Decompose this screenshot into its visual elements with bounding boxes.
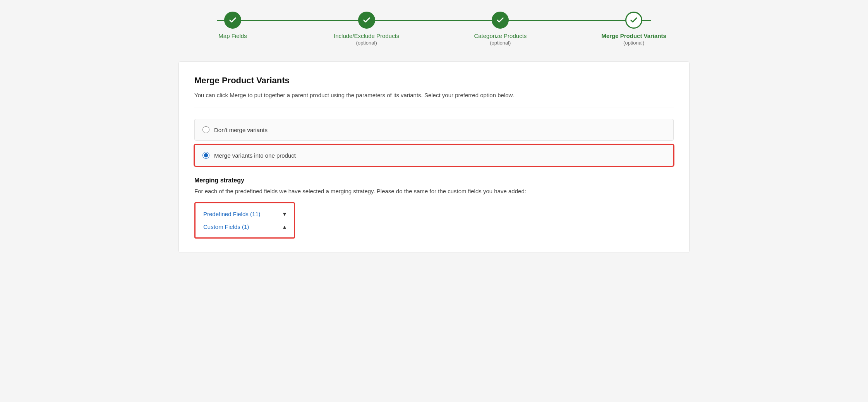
main-card: Merge Product Variants You can click Mer…: [178, 61, 690, 253]
divider: [194, 108, 674, 108]
progress-steps: Map Fields Include/Exclude Products (opt…: [178, 12, 690, 46]
step-sublabel-merge-variants: (optional): [623, 40, 644, 46]
check-icon-merge-variants: [630, 16, 638, 24]
step-map-fields[interactable]: Map Fields: [202, 12, 264, 39]
step-label-categorize: Categorize Products: [474, 33, 527, 39]
step-circle-merge-variants: [625, 12, 642, 29]
card-description: You can click Merge to put together a pa…: [194, 92, 674, 98]
radio-input-dont-merge[interactable]: [202, 126, 209, 133]
accordion-item-custom[interactable]: Custom Fields (1) ▴: [203, 223, 286, 230]
radio-label-dont-merge: Don't merge variants: [214, 127, 268, 133]
step-circle-categorize: [492, 12, 509, 29]
check-icon-categorize: [496, 16, 504, 24]
radio-input-merge-into-one[interactable]: [202, 152, 209, 159]
accordion-label-predefined: Predefined Fields (11): [203, 211, 261, 217]
radio-option-dont-merge[interactable]: Don't merge variants: [194, 119, 674, 141]
accordion-item-predefined[interactable]: Predefined Fields (11) ▾: [203, 210, 286, 218]
step-label-map-fields: Map Fields: [218, 33, 247, 39]
accordion-icon-custom: ▴: [283, 223, 286, 230]
accordion-label-custom: Custom Fields (1): [203, 223, 249, 230]
step-circle-map-fields: [224, 12, 241, 29]
radio-label-merge-into-one: Merge variants into one product: [214, 152, 296, 159]
check-icon-include-exclude: [362, 16, 371, 24]
progress-line: [217, 20, 651, 21]
step-merge-variants[interactable]: Merge Product Variants (optional): [601, 12, 666, 46]
step-include-exclude[interactable]: Include/Exclude Products (optional): [334, 12, 399, 46]
accordion-box: Predefined Fields (11) ▾ Custom Fields (…: [194, 202, 295, 239]
step-label-include-exclude: Include/Exclude Products: [334, 33, 399, 39]
accordion-icon-predefined: ▾: [283, 210, 286, 218]
step-label-merge-variants: Merge Product Variants: [601, 33, 666, 39]
card-title: Merge Product Variants: [194, 76, 674, 86]
strategy-description: For each of the predefined fields we hav…: [194, 188, 674, 194]
step-categorize[interactable]: Categorize Products (optional): [469, 12, 531, 46]
check-icon-map-fields: [228, 16, 237, 24]
step-sublabel-include-exclude: (optional): [356, 40, 377, 46]
step-sublabel-categorize: (optional): [490, 40, 511, 46]
step-circle-include-exclude: [358, 12, 375, 29]
strategy-title: Merging strategy: [194, 177, 674, 184]
radio-option-merge-into-one[interactable]: Merge variants into one product: [194, 144, 674, 166]
